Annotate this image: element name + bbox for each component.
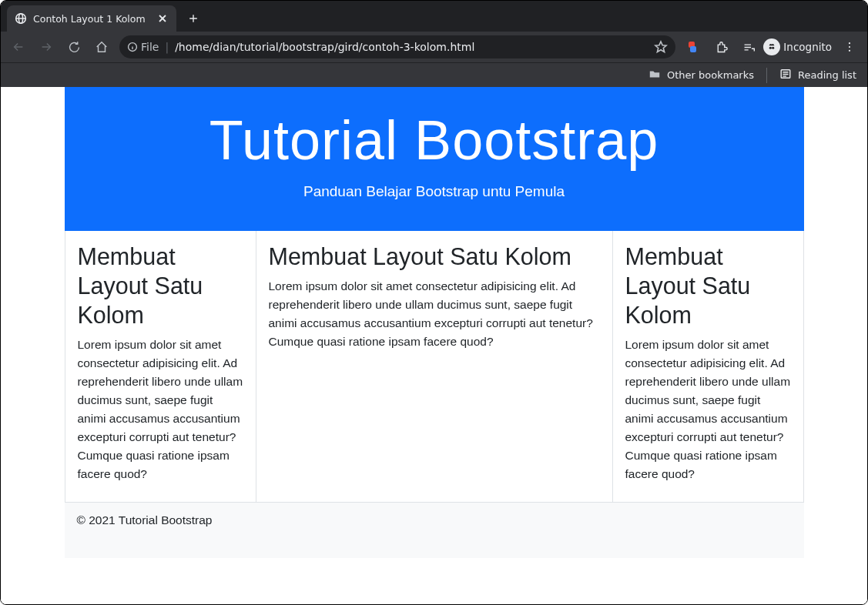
article-row: Membuat Layout Satu Kolom Lorem ipsum do… (65, 231, 804, 503)
footer-text: © 2021 Tutorial Bootstrap (77, 513, 213, 526)
url-separator: | (165, 41, 169, 53)
separator (766, 68, 767, 83)
page-hero: Tutorial Bootstrap Panduan Belajar Boots… (65, 87, 804, 231)
home-button[interactable] (89, 35, 115, 58)
new-tab-button[interactable] (183, 8, 204, 29)
other-bookmarks-button[interactable]: Other bookmarks (644, 65, 759, 85)
folder-icon (648, 68, 661, 82)
svg-marker-20 (655, 42, 666, 52)
tab-title: Contoh Layout 1 Kolom (33, 13, 150, 25)
svg-point-25 (772, 47, 775, 49)
bookmarks-bar: Other bookmarks Reading list (1, 62, 867, 87)
article-column-1: Membuat Layout Satu Kolom Lorem ipsum do… (65, 231, 256, 503)
svg-point-28 (849, 46, 850, 48)
forward-button[interactable] (33, 35, 59, 58)
back-button[interactable] (5, 35, 32, 58)
address-bar[interactable]: File | /home/dian/tutorial/bootstrap/gir… (119, 35, 675, 58)
url-scheme-label: File (141, 41, 159, 53)
article-body: Lorem ipsum dolor sit amet consectetur a… (269, 277, 600, 351)
close-tab-button[interactable] (156, 12, 169, 25)
hero-title: Tutorial Bootstrap (65, 109, 804, 172)
reading-list-label: Reading list (798, 69, 856, 81)
article-title: Membuat Layout Satu Kolom (269, 242, 600, 271)
profile-avatar-button[interactable] (763, 38, 780, 55)
site-info-button[interactable]: File (127, 41, 159, 53)
article-title: Membuat Layout Satu Kolom (625, 242, 791, 329)
incognito-label: Incognito (782, 41, 835, 53)
other-bookmarks-label: Other bookmarks (667, 69, 754, 81)
reload-button[interactable] (61, 35, 87, 58)
article-column-2: Membuat Layout Satu Kolom Lorem ipsum do… (256, 231, 613, 503)
page-viewport[interactable]: Tutorial Bootstrap Panduan Belajar Boots… (1, 87, 867, 604)
svg-point-29 (849, 50, 850, 52)
page-footer: © 2021 Tutorial Bootstrap (65, 503, 804, 558)
svg-point-24 (769, 47, 772, 49)
article-column-3: Membuat Layout Satu Kolom Lorem ipsum do… (613, 231, 804, 503)
url-path: /home/dian/tutorial/bootstrap/gird/conto… (175, 41, 648, 53)
menu-button[interactable] (836, 35, 863, 58)
reading-list-button[interactable]: Reading list (775, 65, 861, 85)
browser-chrome: Contoh Layout 1 Kolom File | (1, 1, 867, 87)
hero-subtitle: Panduan Belajar Bootstrap untu Pemula (65, 183, 804, 200)
globe-icon (15, 12, 27, 25)
extensions-button[interactable] (708, 35, 734, 58)
article-title: Membuat Layout Satu Kolom (78, 242, 243, 329)
tab-strip: Contoh Layout 1 Kolom (1, 1, 867, 32)
article-body: Lorem ipsum dolor sit amet consectetur a… (625, 336, 791, 483)
media-control-button[interactable] (736, 35, 762, 58)
page-container: Tutorial Bootstrap Panduan Belajar Boots… (65, 87, 804, 558)
svg-rect-26 (772, 48, 772, 48)
browser-toolbar: File | /home/dian/tutorial/bootstrap/gir… (1, 32, 867, 62)
extension-icon-1[interactable] (680, 35, 706, 58)
bookmark-star-button[interactable] (654, 40, 668, 54)
article-body: Lorem ipsum dolor sit amet consectetur a… (78, 336, 243, 483)
reading-list-icon (779, 68, 792, 82)
browser-tab-active[interactable]: Contoh Layout 1 Kolom (7, 5, 176, 32)
svg-point-27 (849, 42, 850, 44)
